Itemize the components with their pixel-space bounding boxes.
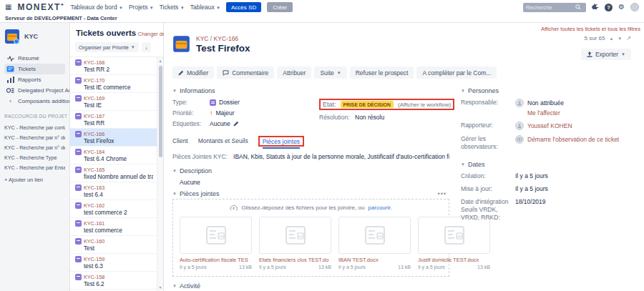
upload-cloud-icon [230, 204, 238, 211]
show-all-tickets-link[interactable]: Afficher toutes les tickets et tous les … [541, 26, 640, 32]
chevron-down-icon: ▼ [180, 6, 185, 10]
project-name: KYC [24, 33, 38, 40]
attachment-size: 13 kB [398, 265, 411, 270]
edit-labels-pencil-icon[interactable] [233, 121, 239, 127]
app-switcher-icon[interactable]: ▦ [5, 4, 11, 11]
sidebar-item-delegated-admin[interactable]: Delegated Project Admin [4, 85, 65, 96]
user-avatar[interactable] [630, 3, 639, 11]
labels-label: Etiquettes: [172, 120, 210, 127]
assign-button[interactable]: Attribuer [277, 66, 311, 79]
search-box[interactable] [523, 3, 586, 12]
scroll-down-icon[interactable]: ▼ [157, 285, 163, 290]
sort-direction-button[interactable]: ↓ [142, 42, 152, 52]
shortcut-search-siret[interactable]: KYC - Recherche par n° de SIRET [4, 142, 65, 152]
sidebar-item-components[interactable]: › Composants additionnels [4, 96, 65, 107]
reporter-link[interactable]: Youssef KOHEN [527, 122, 572, 129]
shortcut-search-ticket-number[interactable]: KYC - Recherche par n° de ticket [4, 132, 65, 142]
next-issue-icon[interactable]: ▼ [618, 36, 622, 41]
description-section-header[interactable]: ▼ Description [172, 167, 449, 174]
export-button[interactable]: Exporter ▼ [581, 49, 631, 60]
watchers-icon[interactable] [515, 135, 524, 144]
access-sd-button[interactable]: Accès SD [226, 2, 261, 12]
nav-dashboards[interactable]: Tableaux de bord ▼ [70, 4, 123, 11]
issue-title: Test Firefox [196, 43, 250, 54]
ticket-list-item[interactable]: KYC-158Test 6.2 [70, 272, 163, 290]
create-button[interactable]: Créer [267, 2, 293, 12]
scroll-up-icon[interactable]: ▲ [157, 59, 163, 63]
issue-type-icon [75, 167, 82, 173]
sidebar-item-label: Tickets [18, 66, 36, 72]
nav-boards[interactable]: Tableaux ▼ [190, 4, 220, 11]
feedback-megaphone-icon[interactable] [592, 4, 599, 11]
ticket-list-item[interactable]: KYC-164Test 6.4 Chrome [70, 147, 163, 164]
ticket-list-item[interactable]: KYC-160Test [70, 236, 163, 254]
nav-projects[interactable]: Projets ▼ [129, 4, 154, 11]
previous-issue-icon[interactable]: ▲ [609, 36, 613, 41]
attachment-card[interactable]: Etats financiers clos TEST.do Il y a 5 j… [259, 217, 331, 270]
ticket-list-item[interactable]: KYC-161test commerce [70, 218, 163, 236]
add-link-button[interactable]: + Ajouter un lien [4, 177, 65, 183]
assign-to-me-link[interactable]: Me l'affecter [527, 109, 560, 117]
environment-banner: Serveur de DEVELOPPEMENT - Data Center [0, 14, 644, 23]
breadcrumb-project-link[interactable]: KYC [196, 35, 208, 42]
ticket-list-item[interactable]: KYC-163test 6.4 [70, 182, 163, 200]
project-sidebar: KYC Résumé Tickets Rapports Delegated Pr… [0, 23, 70, 291]
dates-section-header[interactable]: ▼ Dates [461, 161, 640, 168]
attachments-menu-icon[interactable]: ••• [438, 190, 449, 197]
issue-detail-panel: Afficher toutes les tickets et tous les … [164, 23, 644, 291]
chevron-down-icon: ▼ [621, 52, 625, 56]
expand-icon[interactable]: ↗ [626, 35, 631, 41]
breadcrumb-issue-link[interactable]: KYC-166 [214, 35, 239, 42]
more-actions-button[interactable]: Suite ▼ [314, 66, 346, 79]
attachments-section-header[interactable]: ▼ Pièces jointes [172, 190, 219, 197]
breadcrumb: KYC / KYC-166 [196, 35, 250, 42]
issue-type-icon [75, 113, 82, 119]
tab-montants-seuils[interactable]: Montants et Seuils [198, 137, 248, 147]
collapse-icon: ▼ [172, 169, 177, 173]
attachments-dropzone[interactable]: Glissez-déposez des fichiers pour les jo… [172, 199, 449, 277]
people-section-header[interactable]: ▼ Personnes [461, 87, 640, 94]
issue-type-icon [75, 131, 82, 137]
ticket-list-item[interactable]: KYC-165fixed Nombre annuel de trans... [70, 164, 163, 182]
shortcut-search-type[interactable]: KYC - Recherche Type [4, 152, 65, 162]
browse-files-link[interactable]: parcourir. [368, 204, 391, 211]
edit-button[interactable]: Modifier [172, 66, 214, 79]
attachment-card[interactable]: Auto-certification fiscale TES Il y a 5 … [180, 217, 252, 270]
ticket-list-item[interactable]: KYC-162test commerce 2 [70, 200, 163, 218]
ticket-list-item-selected[interactable]: KYC-166Test Firefox [70, 129, 163, 147]
sidebar-item-tickets[interactable]: Tickets [4, 64, 65, 74]
start-watching-link[interactable]: Démarre l'observation de ce ticket [527, 136, 619, 143]
priority-label: Priorité: [172, 109, 210, 117]
sidebar-item-reports[interactable]: Rapports [4, 74, 65, 85]
help-icon[interactable]: ? [605, 4, 613, 11]
shortcut-search-enseigne[interactable]: KYC - Recherche par Enseigne [4, 162, 65, 172]
chevron-down-icon: ▼ [119, 6, 123, 10]
scrollbar-thumb[interactable] [159, 66, 162, 157]
gear-icon[interactable]: ⚙ [618, 4, 625, 11]
comment-button[interactable]: Commentaire [217, 66, 274, 79]
order-by-dropdown[interactable]: Organiser par Priorité ▼ [75, 42, 139, 52]
shortcut-search-contact[interactable]: KYC - Recherche par contact [4, 122, 65, 132]
refuse-prospect-button[interactable]: Refuser le prospect [350, 66, 414, 79]
sidebar-item-summary[interactable]: Résumé [4, 53, 65, 64]
ticket-list-item[interactable]: KYC-170Test IE commerce [70, 75, 163, 93]
issue-type-icon [75, 184, 82, 191]
project-header[interactable]: KYC [4, 29, 65, 44]
ticket-list-item[interactable]: KYC-167Test RR [70, 111, 163, 129]
tab-pieces-jointes[interactable]: Pièces jointes [263, 138, 300, 149]
search-input[interactable] [526, 4, 573, 11]
ticket-list-item[interactable]: KYC-169Test IE [70, 93, 163, 111]
type-value: Dossier [210, 99, 319, 106]
attachment-card[interactable]: IBAN TEST.docx Il y a 5 jours13 kB [338, 217, 411, 270]
informations-section-header[interactable]: ▼ Informations [172, 87, 449, 94]
attachment-date: Il y a 5 jours [180, 265, 207, 270]
sidebar-item-label: Rapports [18, 77, 41, 83]
list-scrollbar[interactable]: ▲ ▼ [157, 57, 163, 291]
view-workflow-link[interactable]: (Afficher le workflow) [398, 102, 451, 108]
tab-client[interactable]: Client [172, 137, 188, 147]
activity-section-header[interactable]: ▼ Activité [172, 282, 449, 290]
complete-by-com-button[interactable]: A compléter par le Com... [416, 66, 497, 79]
ticket-list-item[interactable]: KYC-168Test RR 2 [70, 57, 163, 75]
nav-issues[interactable]: Tickets ▼ [160, 4, 185, 11]
ticket-list-item[interactable]: KYC-159test 6.3 [70, 254, 163, 272]
